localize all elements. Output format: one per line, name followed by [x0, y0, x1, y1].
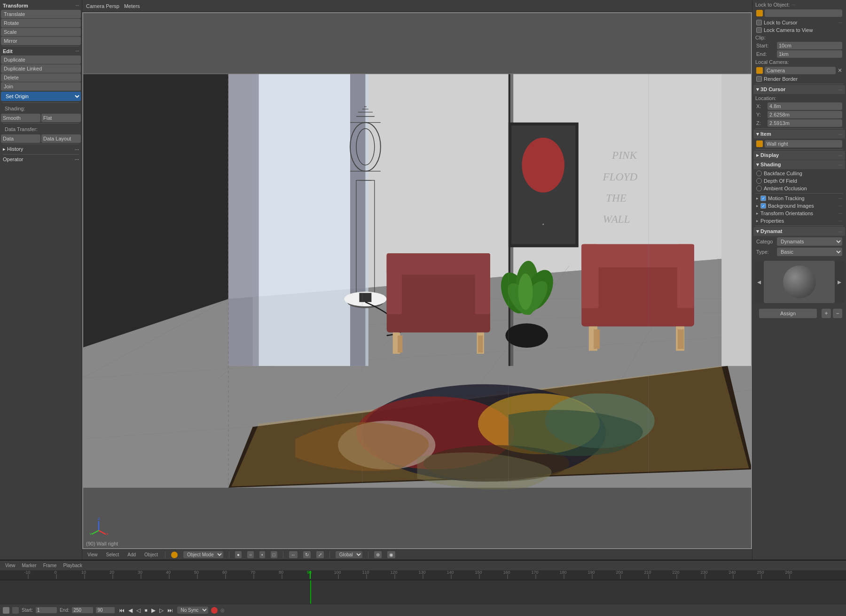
- svg-text:90: 90: [307, 571, 312, 575]
- transform-section: Transform ··· Translate Rotate Scale Mir…: [1, 2, 81, 45]
- z-value[interactable]: 2.5913m: [768, 119, 842, 127]
- step-fwd-btn[interactable]: ▷: [158, 607, 165, 614]
- dynamat-next-btn[interactable]: ►: [835, 261, 844, 303]
- duplicate-linked-btn[interactable]: Duplicate Linked: [1, 64, 81, 73]
- transform-rotate[interactable]: ↻: [303, 551, 311, 558]
- prop-edit-btn[interactable]: ◉: [387, 551, 395, 558]
- y-label: Y:: [756, 112, 766, 117]
- step-back-btn[interactable]: ◀: [127, 607, 134, 614]
- svg-point-22: [522, 138, 564, 193]
- dynamat-category-select[interactable]: Dynamats: [777, 237, 842, 246]
- data-btn[interactable]: Data: [1, 134, 40, 143]
- timeline-track[interactable]: [0, 580, 846, 604]
- data-layout-btn[interactable]: Data Layout: [41, 134, 81, 143]
- snap-btn[interactable]: ⊕: [374, 551, 382, 558]
- svg-text:130: 130: [418, 571, 425, 575]
- svg-text:200: 200: [616, 571, 623, 575]
- history-header[interactable]: ▸ History ···: [1, 145, 81, 153]
- object-btn[interactable]: Object: [143, 552, 159, 558]
- transform-header[interactable]: Transform ···: [1, 2, 81, 9]
- smooth-btn[interactable]: Smooth: [1, 114, 40, 122]
- local-camera-close[interactable]: ✕: [838, 67, 842, 74]
- select-btn[interactable]: Select: [105, 552, 121, 558]
- scene-label: (90) Wall right: [86, 541, 118, 546]
- global-select[interactable]: Global: [336, 551, 362, 558]
- cursor-3d-header[interactable]: ▾ 3D Cursor ···: [753, 85, 845, 94]
- mirror-btn[interactable]: Mirror: [1, 37, 81, 45]
- stop-btn[interactable]: ■: [143, 607, 149, 614]
- timeline-playback-btn[interactable]: Playback: [62, 562, 84, 569]
- transform-orient-expand[interactable]: ▸: [756, 211, 759, 216]
- dynamat-type-row: Type: Basic: [753, 247, 845, 257]
- svg-rect-63: [678, 329, 684, 349]
- history-dots: ···: [75, 147, 79, 152]
- render-border-checkbox[interactable]: [756, 76, 762, 82]
- display-header[interactable]: ▸ Display ···: [753, 151, 845, 160]
- lock-camera-checkbox[interactable]: [756, 27, 762, 33]
- operator-dots: ···: [75, 156, 79, 162]
- timeline-footer: Start: End: ⏮ ◀ ◁ ■ ▶ ▷ ⏭ No Sync ◎: [0, 604, 846, 616]
- x-value[interactable]: 4.8m: [768, 102, 842, 110]
- skip-start-btn[interactable]: ⏮: [118, 607, 126, 614]
- dynamat-minus-btn[interactable]: −: [833, 309, 842, 318]
- svg-text:THE: THE: [606, 192, 627, 204]
- dynamat-prev-btn[interactable]: ◄: [754, 261, 764, 303]
- add-btn[interactable]: Add: [126, 552, 137, 558]
- lock-cursor-checkbox[interactable]: [756, 20, 762, 25]
- lock-object-input[interactable]: [765, 9, 842, 17]
- translate-btn[interactable]: Translate: [1, 10, 81, 18]
- end-frame-input[interactable]: [72, 607, 93, 613]
- properties-dots: ···: [838, 218, 842, 223]
- shading-right-header[interactable]: ▾ Shading ···: [753, 160, 845, 169]
- bg-images-expand[interactable]: ▸: [756, 203, 759, 208]
- scale-btn[interactable]: Scale: [1, 28, 81, 36]
- viewport-shade-4[interactable]: □: [271, 551, 277, 558]
- viewport-shade-2[interactable]: ○: [247, 551, 254, 558]
- play-fwd-btn[interactable]: ▶: [150, 607, 157, 614]
- delete-btn[interactable]: Delete: [1, 73, 81, 82]
- current-frame-input[interactable]: [96, 607, 115, 613]
- mode-select[interactable]: Object Mode: [183, 551, 223, 558]
- duplicate-btn[interactable]: Duplicate: [1, 55, 81, 64]
- flat-btn[interactable]: Flat: [41, 114, 81, 122]
- set-origin-dropdown[interactable]: Set Origin: [1, 92, 81, 101]
- y-value[interactable]: 2.6258m: [768, 111, 842, 118]
- play-back-btn[interactable]: ◁: [135, 607, 142, 614]
- shading-right-arrow: ▾: [756, 162, 759, 167]
- rotate-btn[interactable]: Rotate: [1, 19, 81, 27]
- motion-tracking-expand[interactable]: ▸: [756, 196, 759, 201]
- viewport-shade-3[interactable]: ▪: [259, 551, 265, 558]
- timeline-frame-btn[interactable]: Frame: [42, 562, 58, 569]
- edit-header[interactable]: Edit ···: [1, 47, 81, 55]
- viewport-canvas[interactable]: ▪ PINK FLOYD THE WALL: [82, 12, 752, 549]
- viewport-shade-1[interactable]: ●: [235, 551, 242, 558]
- z-label: Z:: [756, 120, 766, 126]
- clip-end-value[interactable]: 1km: [777, 50, 842, 58]
- assign-btn[interactable]: Assign: [759, 309, 817, 318]
- clip-start-value[interactable]: 10cm: [777, 42, 842, 49]
- timeline-rec-btn[interactable]: [211, 607, 218, 614]
- dynamat-plus-btn[interactable]: +: [822, 309, 831, 318]
- svg-line-79: [99, 530, 106, 534]
- skip-end-btn[interactable]: ⏭: [166, 607, 174, 614]
- start-frame-input[interactable]: [36, 607, 57, 613]
- timeline-icon3: ◎: [220, 608, 225, 613]
- dynamat-preview-container: ◄ ►: [753, 257, 845, 307]
- properties-expand[interactable]: ▸: [756, 218, 759, 223]
- depth-of-field-row: Depth Of Field: [753, 177, 845, 185]
- join-btn[interactable]: Join: [1, 82, 81, 91]
- viewport-header: Camera Persp Meters: [82, 0, 752, 12]
- no-sync-select[interactable]: No Sync: [177, 607, 208, 614]
- view-btn[interactable]: View: [86, 552, 99, 558]
- motion-tracking-checkbox[interactable]: ✓: [760, 195, 766, 201]
- bg-images-checkbox[interactable]: ✓: [760, 203, 766, 209]
- transform-scale[interactable]: ⤢: [316, 551, 324, 558]
- dynamat-type-select[interactable]: Basic: [777, 248, 842, 256]
- local-camera-value[interactable]: Camera: [765, 67, 836, 74]
- timeline-view-btn[interactable]: View: [4, 562, 17, 569]
- dynamat-header[interactable]: ▾ Dynamat ···: [753, 227, 845, 236]
- transform-move[interactable]: ↔: [289, 551, 298, 558]
- item-header[interactable]: ▾ Item ···: [753, 130, 845, 139]
- item-name-value[interactable]: Wall right: [765, 140, 842, 148]
- timeline-marker-btn[interactable]: Marker: [21, 562, 38, 569]
